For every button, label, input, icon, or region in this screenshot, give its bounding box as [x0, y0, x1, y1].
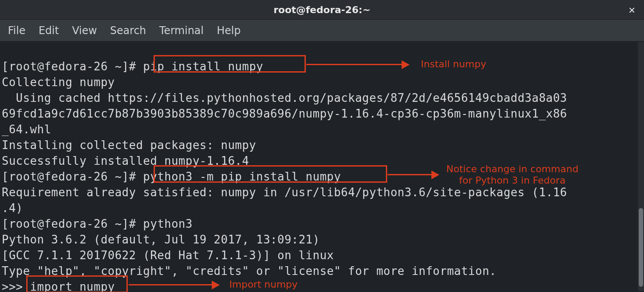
shell-command-2: python3 -m pip install numpy — [143, 170, 341, 183]
terminal-scrollbar-thumb[interactable] — [639, 208, 643, 287]
terminal-pane[interactable]: [root@fedora-26 ~]# pip install numpy Co… — [0, 41, 644, 292]
shell-prompt-2: [root@fedora-26 ~]# — [2, 170, 143, 183]
menu-bar: File Edit View Search Terminal Help — [0, 19, 644, 41]
shell-output-3: Python 3.6.2 (default, Jul 19 2017, 13:0… — [2, 233, 497, 278]
menu-edit[interactable]: Edit — [38, 24, 59, 37]
menu-file[interactable]: File — [8, 24, 25, 37]
shell-output-1: Collecting numpy Using cached https://fi… — [2, 76, 567, 167]
shell-output-2: Requirement already satisfied: numpy in … — [2, 186, 567, 215]
shell-prompt-1: [root@fedora-26 ~]# — [2, 60, 143, 73]
menu-terminal[interactable]: Terminal — [159, 24, 203, 37]
shell-prompt-3: [root@fedora-26 ~]# — [2, 217, 143, 230]
python-repl-command: import numpy — [30, 280, 115, 292]
menu-search[interactable]: Search — [110, 24, 146, 37]
menu-help[interactable]: Help — [217, 24, 241, 37]
shell-command-1: pip install numpy — [143, 60, 263, 73]
window-title: root@fedora-26:~ — [273, 4, 371, 15]
python-repl-prompt: >>> — [2, 280, 30, 292]
shell-command-3: python3 — [143, 217, 192, 230]
close-icon[interactable]: × — [629, 4, 635, 16]
terminal-scrollbar-track[interactable] — [638, 42, 644, 291]
menu-view[interactable]: View — [72, 24, 97, 37]
window-titlebar: root@fedora-26:~ × — [0, 0, 644, 19]
